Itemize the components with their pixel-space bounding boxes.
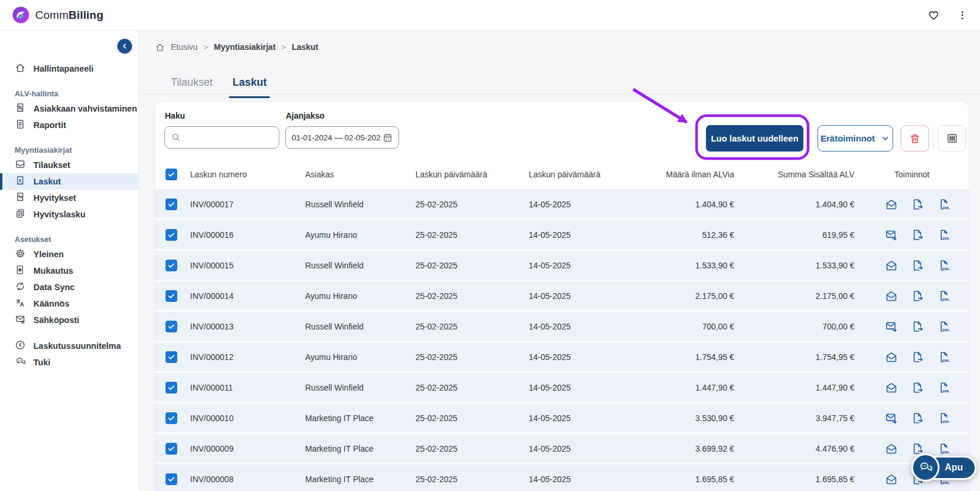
row-checkbox[interactable] — [165, 321, 177, 332]
file-xml-icon[interactable]: XML — [938, 198, 951, 211]
mail-open-icon[interactable] — [885, 381, 898, 394]
home-icon[interactable] — [155, 42, 165, 52]
mail-open-icon[interactable] — [885, 351, 898, 364]
delete-button[interactable] — [901, 125, 929, 152]
row-checkbox[interactable] — [165, 290, 177, 302]
table-row[interactable]: INV/000013 Russell Winfield 25-02-2025 1… — [155, 312, 969, 342]
column-header-customer[interactable]: Asiakas — [302, 170, 413, 179]
breadcrumb-etusivu[interactable]: Etusivu — [171, 42, 198, 52]
table-row[interactable]: INV/000016 Ayumu Hirano 25-02-2025 14-05… — [155, 220, 969, 251]
file-export-icon[interactable] — [911, 290, 924, 302]
search-input[interactable] — [185, 133, 268, 142]
tab-laskut[interactable]: Laskut — [232, 76, 266, 94]
table-row[interactable]: INV/000012 Ayumu Hirano 25-02-2025 14-05… — [155, 342, 969, 373]
date-range-value: 01-01-2024 — 02-05-202 — [292, 133, 381, 142]
table-row[interactable]: INV/000015 Russell Winfield 25-02-2025 1… — [155, 251, 969, 281]
breadcrumb-laskut: Laskut — [292, 42, 318, 52]
file-xml-icon[interactable]: XML — [938, 412, 951, 425]
mail-open-icon[interactable] — [885, 473, 898, 486]
breadcrumb-myyntiasiakirjat[interactable]: Myyntiasiakirjat — [214, 42, 276, 52]
chevron-down-icon — [880, 133, 890, 143]
check-icon — [167, 200, 175, 208]
sidebar-item[interactable]: € Laskutussuunnitelma — [0, 338, 138, 354]
sidebar-item[interactable]: Sähköposti — [0, 312, 138, 328]
cell-amount-excl-vat: 1.404,90 € — [624, 200, 736, 209]
row-checkbox[interactable] — [165, 443, 177, 455]
mail-open-icon[interactable] — [885, 442, 898, 455]
row-checkbox[interactable] — [165, 412, 177, 424]
help-chat-button[interactable] — [911, 453, 940, 482]
sidebar-item[interactable]: Hallintapaneeli — [0, 60, 138, 77]
check-icon — [167, 231, 175, 239]
date-range-input[interactable]: 01-01-2024 — 02-05-202 — [285, 126, 399, 149]
file-xml-icon[interactable]: XML — [938, 259, 951, 272]
sidebar-item[interactable]: Hyvityslasku — [0, 206, 138, 223]
file-export-icon[interactable] — [911, 351, 924, 364]
file-export-icon[interactable] — [911, 381, 924, 394]
row-checkbox[interactable] — [165, 473, 177, 485]
column-header-actions: Toiminnot — [856, 170, 969, 179]
table-row[interactable]: INV/000011 Russell Winfield 25-02-2025 1… — [155, 373, 969, 403]
row-checkbox[interactable] — [165, 199, 177, 210]
sidebar-item[interactable]: Tuki — [0, 354, 138, 371]
favorite-icon[interactable] — [927, 9, 940, 22]
column-header-amount-excl-vat[interactable]: Määrä ilman ALVia — [624, 170, 736, 179]
recreate-invoices-button[interactable]: Luo laskut uudelleen — [706, 125, 803, 152]
mail-send-icon[interactable] — [885, 320, 898, 333]
tab-tilaukset[interactable]: Tilaukset — [171, 76, 212, 94]
sidebar-item[interactable]: Yleinen — [0, 246, 138, 263]
cell-amount-excl-vat: 3.699,92 € — [624, 444, 736, 453]
file-xml-icon[interactable]: XML — [938, 381, 951, 394]
sidebar-item[interactable]: Mukautus — [0, 263, 138, 279]
table-row[interactable]: INV/000014 Ayumu Hirano 25-02-2025 14-05… — [155, 281, 969, 312]
mail-open-icon[interactable] — [885, 198, 898, 211]
file-xml-icon[interactable]: XML — [938, 228, 951, 241]
mail-send-icon[interactable] — [885, 412, 898, 425]
file-export-icon[interactable] — [911, 412, 924, 425]
cell-invoice-date: 25-02-2025 — [413, 322, 525, 331]
column-header-invoice-date[interactable]: Laskun päivämäärä — [413, 170, 525, 179]
column-settings-button[interactable] — [938, 125, 966, 152]
sidebar-item[interactable]: € Laskut — [0, 173, 138, 190]
sidebar-collapse-button[interactable] — [117, 39, 132, 53]
table-row[interactable]: INV/000017 Russell Winfield 25-02-2025 1… — [155, 190, 969, 220]
mail-open-icon[interactable] — [885, 290, 898, 302]
sidebar-item[interactable]: Tilaukset — [0, 157, 138, 173]
sidebar-item[interactable]: Käännös — [0, 295, 138, 312]
row-checkbox[interactable] — [165, 229, 177, 241]
svg-text:XML: XML — [942, 388, 950, 392]
mail-open-icon[interactable] — [885, 259, 898, 272]
cell-invoice-number: INV/000015 — [183, 261, 302, 270]
select-all-checkbox[interactable] — [165, 169, 177, 180]
cell-amount-incl-vat: 700,00 € — [736, 322, 856, 331]
sidebar-item[interactable]: Asiakkaan vahvistaminen — [0, 100, 138, 117]
mail-send-icon[interactable] — [885, 228, 898, 241]
table-row[interactable]: INV/000008 Marketing IT Place 25-02-2025… — [155, 465, 969, 491]
column-header-due-date[interactable]: Laskun päivämäärä — [525, 170, 624, 179]
file-export-icon[interactable] — [911, 320, 924, 333]
sidebar-item[interactable]: Hyvitykset — [0, 190, 138, 206]
cell-due-date: 14-05-2025 — [525, 475, 624, 484]
row-checkbox[interactable] — [165, 260, 177, 271]
file-xml-icon[interactable]: XML — [938, 290, 951, 302]
file-xml-icon[interactable]: XML — [938, 320, 951, 333]
date-range-label: Ajanjakso — [286, 111, 325, 120]
row-checkbox[interactable] — [165, 382, 177, 394]
sidebar-item[interactable]: Raportit — [0, 117, 138, 133]
file-export-icon[interactable] — [911, 198, 924, 211]
table-row[interactable]: INV/000009 Marketing IT Place 25-02-2025… — [155, 434, 969, 465]
file-export-icon[interactable] — [911, 259, 924, 272]
sidebar-item-label: Raportit — [33, 120, 66, 130]
batch-actions-button[interactable]: Erätoiminnot — [817, 125, 893, 152]
table-header-row: Laskun numero Asiakas Laskun päivämäärä … — [155, 159, 969, 190]
column-header-amount-incl-vat[interactable]: Summa Sisältää ALV — [736, 170, 856, 179]
sidebar-item-label: Mukautus — [33, 266, 73, 275]
column-header-invoice-number[interactable]: Laskun numero — [183, 170, 302, 179]
file-export-icon[interactable] — [911, 228, 924, 241]
app-logo[interactable]: CommBilling — [12, 6, 103, 24]
file-xml-icon[interactable]: XML — [938, 351, 951, 364]
table-row[interactable]: INV/000010 Marketing IT Place 25-02-2025… — [155, 403, 969, 434]
sidebar-item[interactable]: Data Sync — [0, 279, 138, 295]
row-checkbox[interactable] — [165, 351, 177, 363]
overflow-menu-icon[interactable] — [957, 9, 968, 21]
